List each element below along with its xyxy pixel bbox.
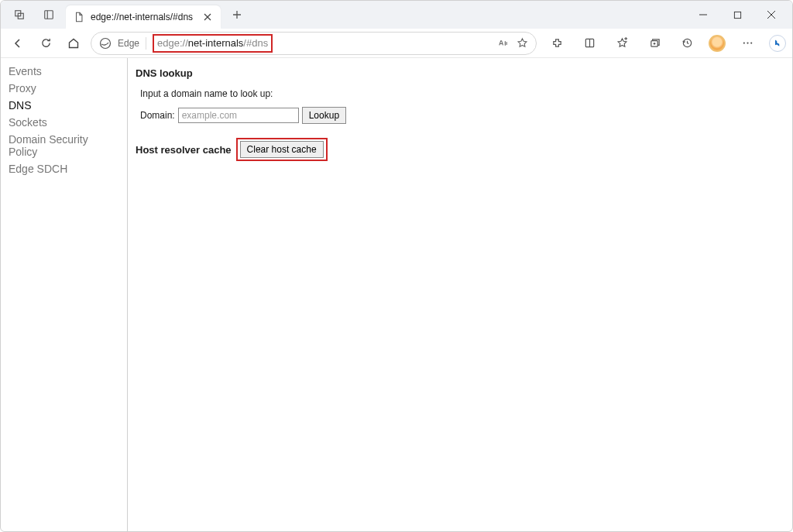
url-text-highlighted: edge:// net-internals /#dns xyxy=(153,34,273,53)
lookup-prompt: Input a domain name to look up: xyxy=(140,88,784,99)
minimize-button[interactable] xyxy=(693,5,713,25)
clear-cache-highlight: Clear host cache xyxy=(236,138,328,161)
collections-icon[interactable] xyxy=(644,33,665,54)
svg-rect-9 xyxy=(734,12,740,18)
sidebar-item-events[interactable]: Events xyxy=(1,63,127,80)
close-window-button[interactable] xyxy=(761,5,781,25)
svg-point-12 xyxy=(101,38,111,48)
url-path: /#dns xyxy=(243,37,268,49)
home-button[interactable] xyxy=(63,33,84,54)
tab-title: edge://net-internals/#dns xyxy=(91,12,196,22)
favorites-icon[interactable] xyxy=(611,33,633,54)
sidebar-item-sockets[interactable]: Sockets xyxy=(1,114,127,131)
tab-actions-icon[interactable] xyxy=(9,4,30,26)
reading-list-icon[interactable] xyxy=(578,33,600,54)
cache-label: Host resolver cache xyxy=(136,144,232,156)
window-titlebar: edge://net-internals/#dns xyxy=(1,1,792,29)
read-aloud-icon[interactable] xyxy=(497,37,509,49)
svg-point-23 xyxy=(750,42,752,43)
vertical-tabs-icon[interactable] xyxy=(38,4,60,26)
sidebar: Events Proxy DNS Sockets Domain Security… xyxy=(1,58,128,532)
svg-point-22 xyxy=(747,42,748,43)
domain-input[interactable] xyxy=(178,108,299,123)
refresh-button[interactable] xyxy=(35,33,57,54)
maximize-button[interactable] xyxy=(727,5,747,25)
extensions-icon[interactable] xyxy=(546,33,568,54)
section-heading: DNS lookup xyxy=(136,67,784,79)
main-panel: DNS lookup Input a domain name to look u… xyxy=(128,58,792,532)
address-bar[interactable]: Edge edge:// net-internals /#dns xyxy=(91,32,537,55)
profile-avatar[interactable] xyxy=(709,35,726,52)
svg-point-21 xyxy=(743,42,744,43)
separator xyxy=(146,37,146,50)
favorite-star-icon[interactable] xyxy=(517,37,528,49)
sidebar-item-edge-sdch[interactable]: Edge SDCH xyxy=(1,160,127,177)
close-tab-icon[interactable] xyxy=(202,12,213,22)
sidebar-item-domain-security[interactable]: Domain Security Policy xyxy=(1,131,127,160)
sidebar-item-proxy[interactable]: Proxy xyxy=(1,80,127,97)
more-menu-icon[interactable] xyxy=(736,33,758,54)
page-icon xyxy=(74,12,84,22)
history-icon[interactable] xyxy=(676,33,698,54)
browser-tab[interactable]: edge://net-internals/#dns xyxy=(66,5,221,29)
page-content: Events Proxy DNS Sockets Domain Security… xyxy=(1,58,792,532)
clear-host-cache-button[interactable]: Clear host cache xyxy=(240,141,324,158)
svg-rect-2 xyxy=(45,11,53,19)
domain-label: Domain: xyxy=(140,110,175,121)
back-button[interactable] xyxy=(7,33,29,54)
bing-chat-icon[interactable] xyxy=(769,35,786,52)
lookup-button[interactable]: Lookup xyxy=(302,107,346,124)
browser-toolbar: Edge edge:// net-internals /#dns xyxy=(1,29,792,58)
url-host: net-internals xyxy=(188,37,244,49)
address-prefix-label: Edge xyxy=(118,38,139,49)
new-tab-button[interactable] xyxy=(227,10,247,19)
edge-logo-icon xyxy=(99,37,112,50)
sidebar-item-dns[interactable]: DNS xyxy=(1,97,127,114)
url-scheme: edge:// xyxy=(157,37,188,49)
